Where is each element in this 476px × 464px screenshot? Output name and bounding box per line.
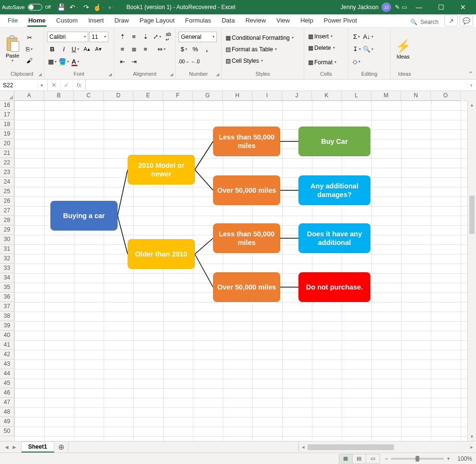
column-header-N[interactable]: N [401,91,431,101]
row-header-30[interactable]: 30 [0,235,14,244]
touch-mode-icon[interactable]: ☝ [93,1,105,13]
tab-view[interactable]: View [272,14,295,27]
row-header-37[interactable]: 37 [0,302,14,312]
alignment-launcher-icon[interactable]: ◢ [168,71,174,77]
align-left-icon[interactable]: ≡ [117,44,128,55]
row-header-21[interactable]: 21 [0,149,14,158]
tab-file[interactable]: File [3,14,23,27]
qat-customize-icon[interactable]: ▫ [106,1,117,13]
new-sheet-button[interactable]: ⊕ [54,441,69,452]
row-header-48[interactable]: 48 [0,407,14,417]
flowchart-node-root[interactable]: Buying a car [50,201,118,231]
column-header-K[interactable]: K [312,91,342,101]
flowchart-node-o_gt[interactable]: Over 50,000 miles [213,272,280,302]
row-header-44[interactable]: 44 [0,369,14,379]
paste-button[interactable]: Paste ▾ [3,35,22,64]
share-button[interactable]: ↗ [444,15,458,26]
coming-soon-icon[interactable]: ✎ [394,3,401,12]
row-header-31[interactable]: 31 [0,244,14,254]
close-button[interactable]: ✕ [452,0,474,14]
font-size-combo[interactable]: 11▾ [89,32,108,42]
sheet-next-icon[interactable]: ► [12,444,17,451]
row-header-16[interactable]: 16 [0,101,14,110]
increase-indent-icon[interactable]: ⇥ [129,57,139,67]
merge-icon[interactable]: ⇔ [152,44,171,55]
page-break-view-icon[interactable]: ▭ [366,454,380,463]
cut-icon[interactable]: ✂ [24,33,35,43]
row-header-50[interactable]: 50 [0,427,14,436]
sheet-prev-icon[interactable]: ◄ [4,444,10,451]
tab-formulas[interactable]: Formulas [180,14,216,27]
row-header-18[interactable]: 18 [0,120,14,129]
formula-input[interactable] [86,82,466,89]
ideas-button[interactable]: ⚡ Ideas [393,38,413,60]
column-header-A[interactable]: A [14,91,44,101]
column-header-M[interactable]: M [371,91,401,101]
name-box-dropdown-icon[interactable]: ▾ [37,80,46,91]
normal-view-icon[interactable]: ▦ [339,454,353,463]
column-header-C[interactable]: C [74,91,104,101]
column-header-J[interactable]: J [282,91,312,101]
tab-power-pivot[interactable]: Power Pivot [319,14,362,27]
decrease-indent-icon[interactable]: ⇤ [117,57,128,67]
search-button[interactable]: 🔍 Search [405,17,443,27]
column-header-L[interactable]: L [342,91,371,101]
decrease-decimal-icon[interactable]: ←.0 [190,57,201,67]
column-header-E[interactable]: E [133,91,163,101]
wrap-text-icon[interactable]: ab↵ [163,32,174,42]
font-launcher-icon[interactable]: ◢ [107,71,113,77]
row-header-20[interactable]: 20 [0,139,14,149]
autosum-icon[interactable]: Σ [351,32,362,42]
flowchart-node-n_lt[interactable]: Less than 50,000 miles [213,127,280,156]
align-bottom-icon[interactable]: ⇣ [140,32,151,42]
flowchart-node-new[interactable]: 2010 Model or newer [128,155,195,185]
accounting-format-icon[interactable]: $ [178,44,189,55]
row-header-24[interactable]: 24 [0,177,14,187]
format-cells-button[interactable]: ▦ Format [307,58,337,67]
scroll-right-icon[interactable]: ► [467,445,476,450]
enter-formula-icon[interactable]: ✓ [60,80,73,91]
flowchart-node-old[interactable]: Older than 2010 [128,239,195,269]
bold-icon[interactable]: B [47,44,58,55]
row-header-27[interactable]: 27 [0,206,14,216]
number-format-combo[interactable]: General▾ [178,32,217,42]
italic-icon[interactable]: I [59,44,69,55]
insert-cells-button[interactable]: ▦ Insert [307,32,333,41]
zoom-value[interactable]: 100% [453,455,472,462]
vscroll-track[interactable] [468,109,476,432]
sheet-nav[interactable]: ◄► [0,441,22,452]
tab-help[interactable]: Help [296,14,318,27]
tab-page-layout[interactable]: Page Layout [135,14,179,27]
row-header-23[interactable]: 23 [0,168,14,177]
row-header-28[interactable]: 28 [0,216,14,225]
fill-color-icon[interactable]: 🪣 [59,57,69,67]
tab-review[interactable]: Review [240,14,271,27]
column-header-I[interactable]: I [252,91,282,101]
align-middle-icon[interactable]: ≡ [129,32,139,42]
row-header-42[interactable]: 42 [0,350,14,360]
scroll-left-icon[interactable]: ◄ [299,445,308,450]
flowchart-node-add[interactable]: Does it have any additional [298,223,370,253]
format-painter-icon[interactable]: 🖌 [24,56,35,66]
zoom-slider-knob[interactable] [416,456,419,462]
increase-decimal-icon[interactable]: .00→ [178,57,189,67]
flowchart-node-buy[interactable]: Buy Car [298,127,370,156]
copy-icon[interactable]: ⎘ [24,44,35,55]
row-header-49[interactable]: 49 [0,417,14,427]
increase-font-icon[interactable]: A▴ [82,44,92,55]
collapse-ribbon-icon[interactable]: ⌃ [468,70,473,77]
zoom-in-icon[interactable]: + [447,455,450,462]
flowchart-node-no[interactable]: Do not purchase. [298,272,370,302]
ribbon-display-icon[interactable]: ▭ [401,3,408,12]
hscroll-thumb[interactable] [308,444,394,450]
row-header-19[interactable]: 19 [0,129,14,139]
row-header-32[interactable]: 32 [0,254,14,264]
flowchart-node-n_gt[interactable]: Over 50,000 miles [213,175,280,205]
cell-area[interactable]: Buying a car2010 Model or newerOlder tha… [14,101,476,441]
column-header-B[interactable]: B [44,91,74,101]
delete-cells-button[interactable]: ▦ Delete [307,44,336,52]
maximize-button[interactable]: ☐ [430,0,452,14]
font-color-icon[interactable]: A [70,57,81,67]
vertical-scrollbar[interactable]: ▲ ▼ [467,101,476,441]
comma-format-icon[interactable]: , [202,44,212,55]
